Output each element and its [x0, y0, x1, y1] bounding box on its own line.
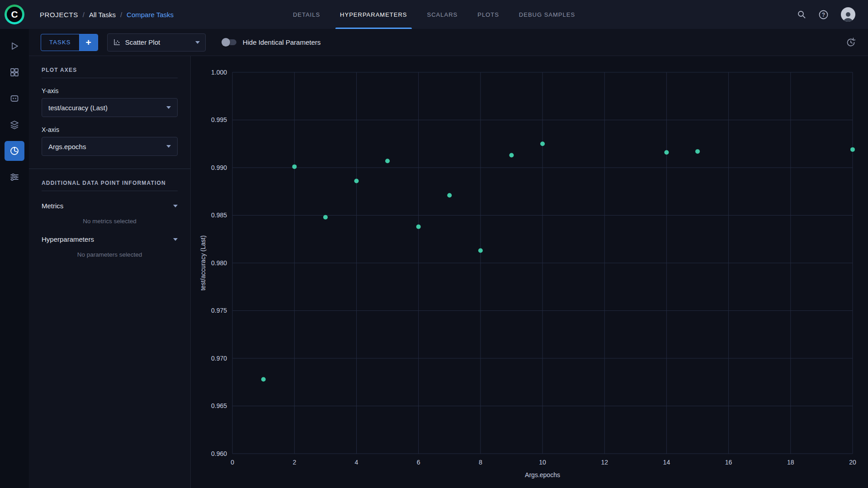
- x-tick-label: 14: [663, 459, 670, 466]
- x-axis-value: Args.epochs: [48, 143, 86, 150]
- data-point[interactable]: [664, 150, 669, 155]
- data-point[interactable]: [354, 179, 359, 183]
- y-axis-title: test/accuracy (Last): [199, 235, 207, 291]
- metrics-section-toggle[interactable]: Metrics: [42, 202, 178, 210]
- data-point[interactable]: [416, 225, 421, 229]
- x-tick-label: 20: [849, 459, 856, 466]
- data-point[interactable]: [695, 149, 700, 154]
- data-point[interactable]: [478, 249, 483, 253]
- header-actions: ?: [797, 0, 868, 29]
- breadcrumb-separator: /: [120, 11, 122, 19]
- caret-down-icon: [173, 205, 178, 207]
- plot-axes-heading: PLOT AXES: [42, 56, 178, 78]
- hyperparameters-label: Hyperparameters: [42, 235, 94, 243]
- pipelines-icon[interactable]: [5, 115, 24, 135]
- scatter-plot-icon: [113, 38, 121, 46]
- metrics-empty-state: No metrics selected: [42, 218, 178, 225]
- tab-scalars[interactable]: SCALARS: [417, 0, 468, 29]
- hide-identical-toggle[interactable]: [223, 39, 236, 45]
- workers-queues-icon[interactable]: [5, 167, 24, 187]
- compare-toolbar: TASKS + Scatter Plot: [29, 29, 868, 56]
- search-icon[interactable]: [797, 10, 806, 19]
- avatar-icon[interactable]: [841, 7, 855, 22]
- data-point[interactable]: [447, 193, 452, 197]
- x-tick-label: 10: [539, 459, 546, 466]
- refresh-icon[interactable]: [845, 37, 856, 48]
- tab-debug-samples[interactable]: DEBUG SAMPLES: [509, 0, 585, 29]
- right-column: TASKS + Scatter Plot: [29, 29, 868, 488]
- scatter-chart-area[interactable]: 024681012141618200.9600.9650.9700.9750.9…: [191, 56, 868, 488]
- x-axis-select[interactable]: Args.epochs: [42, 137, 178, 156]
- y-tick-label: 0.985: [211, 212, 227, 219]
- tab-details[interactable]: DETAILS: [283, 0, 330, 29]
- x-tick-label: 8: [479, 459, 482, 466]
- y-tick-label: 0.975: [211, 307, 227, 314]
- additional-info-heading: ADDITIONAL DATA POINT INFORMATION: [42, 169, 178, 191]
- logo-letter: C: [7, 7, 22, 22]
- hyperparameters-empty-state: No parameters selected: [42, 251, 178, 258]
- x-tick-label: 12: [601, 459, 608, 466]
- tab-bar: DETAILS HYPERPARAMETERS SCALARS PLOTS DE…: [283, 0, 585, 29]
- y-tick-label: 0.960: [211, 450, 227, 457]
- app-root: C PROJECTS / All Tasks / Compare Tasks D…: [0, 0, 868, 488]
- nav-rail: [0, 29, 29, 488]
- breadcrumb-current[interactable]: Compare Tasks: [127, 11, 174, 19]
- y-tick-label: 0.965: [211, 403, 227, 410]
- content-area: PLOT AXES Y-axis test/accuracy (Last) X-…: [29, 56, 868, 488]
- plot-type-value: Scatter Plot: [125, 38, 160, 46]
- toggle-knob: [222, 38, 230, 47]
- scatter-plot-svg[interactable]: 024681012141618200.9600.9650.9700.9750.9…: [191, 56, 868, 488]
- main-area: TASKS + Scatter Plot: [0, 29, 868, 488]
- data-point[interactable]: [509, 153, 514, 158]
- metrics-label: Metrics: [42, 202, 63, 210]
- help-icon[interactable]: ?: [819, 10, 828, 19]
- help-glyph: ?: [822, 12, 825, 18]
- datasets-icon[interactable]: [5, 89, 24, 108]
- dashboard-icon[interactable]: [5, 36, 24, 56]
- breadcrumb-projects[interactable]: PROJECTS: [40, 11, 78, 19]
- caret-down-icon: [166, 145, 171, 148]
- data-point[interactable]: [292, 164, 297, 169]
- breadcrumb-separator: /: [83, 11, 85, 19]
- hide-identical-toggle-row: Hide Identical Parameters: [223, 38, 321, 46]
- y-tick-label: 1.000: [211, 69, 227, 76]
- y-tick-label: 0.995: [211, 117, 227, 124]
- caret-down-icon: [166, 106, 171, 109]
- tasks-button[interactable]: TASKS: [41, 34, 80, 51]
- caret-down-icon: [195, 41, 200, 44]
- x-tick-label: 0: [231, 459, 234, 466]
- tasks-button-group: TASKS +: [41, 34, 98, 51]
- x-axis-title: Args.epochs: [525, 471, 560, 479]
- data-point[interactable]: [385, 159, 390, 163]
- tab-plots[interactable]: PLOTS: [467, 0, 509, 29]
- x-tick-label: 18: [787, 459, 794, 466]
- y-tick-label: 0.990: [211, 164, 227, 171]
- breadcrumb: PROJECTS / All Tasks / Compare Tasks: [40, 11, 174, 19]
- data-point[interactable]: [323, 215, 328, 220]
- y-tick-label: 0.970: [211, 355, 227, 362]
- hyperparameters-section-toggle[interactable]: Hyperparameters: [42, 235, 178, 243]
- caret-down-icon: [173, 238, 178, 241]
- data-point[interactable]: [261, 377, 266, 381]
- x-axis-label: X-axis: [42, 126, 178, 133]
- logo-ring-icon: C: [5, 5, 24, 24]
- compare-icon[interactable]: [5, 141, 24, 161]
- x-tick-label: 16: [725, 459, 732, 466]
- y-axis-value: test/accuracy (Last): [48, 104, 108, 112]
- plot-type-select[interactable]: Scatter Plot: [107, 33, 206, 52]
- y-axis-label: Y-axis: [42, 87, 178, 94]
- y-tick-label: 0.980: [211, 259, 227, 267]
- hide-identical-label: Hide Identical Parameters: [243, 38, 321, 46]
- y-axis-select[interactable]: test/accuracy (Last): [42, 98, 178, 117]
- clearml-logo[interactable]: C: [0, 5, 29, 24]
- projects-icon[interactable]: [5, 62, 24, 82]
- top-header: C PROJECTS / All Tasks / Compare Tasks D…: [0, 0, 868, 29]
- x-tick-label: 4: [355, 459, 359, 466]
- x-tick-label: 2: [292, 459, 296, 466]
- add-task-button[interactable]: +: [80, 34, 98, 51]
- data-point[interactable]: [850, 147, 855, 152]
- x-tick-label: 6: [417, 459, 420, 466]
- data-point[interactable]: [540, 141, 545, 146]
- tab-hyperparameters[interactable]: HYPERPARAMETERS: [330, 0, 417, 29]
- breadcrumb-all-tasks[interactable]: All Tasks: [89, 11, 116, 19]
